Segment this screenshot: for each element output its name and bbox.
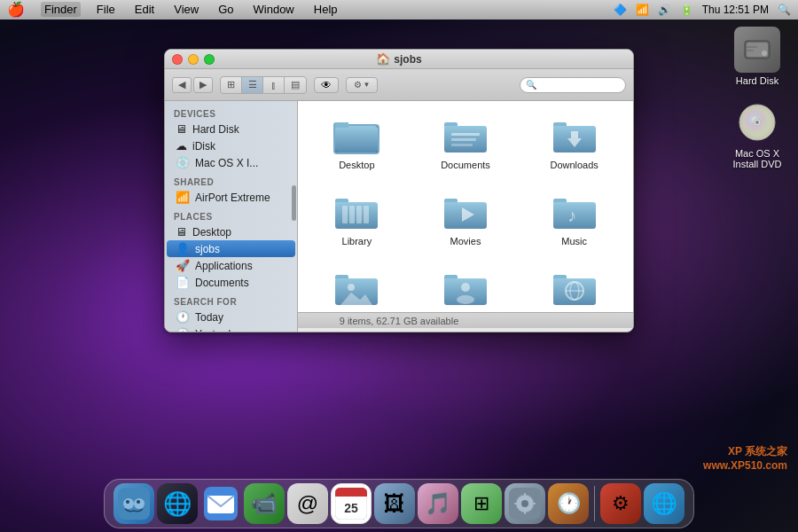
documents-icon: 📄: [176, 276, 190, 289]
dock-mail[interactable]: [200, 483, 241, 524]
folder-downloads[interactable]: Downloads: [524, 110, 624, 177]
folder-movies[interactable]: Movies: [416, 186, 516, 254]
desktop-icons-area: Hard Disk Mac OS X Install DVD: [725, 27, 789, 169]
search-header: SEARCH FOR: [165, 294, 297, 309]
sidebar-item-sjobs[interactable]: 👤 sjobs: [167, 240, 295, 257]
dock-iphoto[interactable]: 🖼: [374, 483, 415, 524]
list-view-btn[interactable]: ☰: [242, 77, 263, 93]
desktop-icon-dvd[interactable]: Mac OS X Install DVD: [725, 99, 789, 169]
dock-transmit[interactable]: ⚙: [600, 483, 641, 524]
folder-pictures[interactable]: Pictures: [307, 262, 407, 312]
svg-point-49: [134, 498, 145, 509]
sidebar-item-airport[interactable]: 📶 AirPort Extreme: [167, 189, 295, 206]
icon-view-btn[interactable]: ⊞: [221, 77, 242, 93]
spotlight-icon[interactable]: 🔍: [778, 4, 791, 16]
sidebar-section-search: SEARCH FOR 🕐 Today 🕐 Yesterday 🕐 Past We…: [165, 294, 297, 332]
sidebar-item-yesterday[interactable]: 🕐 Yesterday: [167, 325, 295, 332]
folder-library[interactable]: Library: [307, 186, 407, 254]
svg-point-60: [521, 500, 528, 507]
dock-ichat[interactable]: ⊞: [461, 483, 502, 524]
status-text: 9 items, 62.71 GB available: [340, 316, 459, 326]
view-menu[interactable]: View: [170, 2, 202, 17]
sidebar-item-documents[interactable]: 📄 Documents: [167, 274, 295, 291]
harddisk-sidebar-icon: 🖥: [176, 122, 187, 136]
svg-point-40: [461, 283, 470, 292]
coverflow-view-btn[interactable]: ▤: [285, 77, 306, 93]
svg-point-36: [348, 284, 355, 291]
yesterday-label: Yesterday: [195, 328, 242, 333]
folder-sites[interactable]: Sites: [524, 262, 624, 312]
menubar: 🍎 Finder File Edit View Go Window Help 🔷…: [0, 0, 798, 20]
folder-public-icon: [442, 270, 489, 309]
sjobs-label: sjobs: [195, 243, 220, 255]
folder-library-icon: [333, 193, 379, 232]
action-button[interactable]: ⚙▼: [346, 77, 378, 93]
dock-timemachine[interactable]: 🕐: [548, 483, 589, 524]
harddisk-sidebar-label: Hard Disk: [192, 123, 239, 136]
folder-desktop[interactable]: Desktop: [307, 110, 407, 177]
finder-window: 🏠 sjobs ◀ ▶ ⊞ ☰ ⫿ ▤ 👁 ⚙▼ 🔍 DE: [164, 49, 634, 332]
sidebar-item-desktop[interactable]: 🖥 Desktop: [167, 223, 295, 240]
sidebar-scrollbar[interactable]: [292, 185, 296, 221]
search-box[interactable]: 🔍: [520, 77, 626, 93]
column-view-btn[interactable]: ⫿: [263, 77, 285, 93]
svg-rect-3: [747, 46, 757, 48]
dock-safari[interactable]: 🌐: [644, 483, 685, 524]
devices-header: DEVICES: [165, 106, 297, 121]
folder-downloads-icon: [552, 117, 598, 156]
svg-point-48: [123, 498, 134, 509]
desktop-icon-harddisk[interactable]: Hard Disk: [734, 27, 780, 86]
folder-public[interactable]: Public: [416, 262, 516, 312]
edit-menu[interactable]: Edit: [131, 2, 158, 17]
harddisk-label: Hard Disk: [736, 75, 778, 86]
bluetooth-icon: 🔷: [614, 4, 627, 16]
sidebar-item-today[interactable]: 🕐 Today: [167, 309, 295, 325]
desktop-icon: 🖥: [176, 225, 187, 239]
window-title-icon: 🏠: [376, 52, 390, 66]
apple-menu[interactable]: 🍎: [7, 1, 25, 18]
dock-itunes[interactable]: 🎵: [418, 483, 458, 524]
dock-dashboard[interactable]: 🌐: [157, 483, 198, 524]
shared-header: SHARED: [165, 175, 297, 189]
sidebar-item-harddisk[interactable]: 🖥 Hard Disk: [167, 121, 295, 137]
window-body: DEVICES 🖥 Hard Disk ☁ iDisk 💿 Mac OS X I…: [165, 101, 633, 312]
today-label: Today: [195, 311, 223, 324]
svg-rect-4: [747, 50, 754, 51]
desktop-label: Desktop: [192, 226, 231, 239]
folder-music[interactable]: ♪ Music: [524, 186, 624, 254]
close-button[interactable]: [172, 54, 183, 65]
main-content: Desktop Documents: [298, 101, 633, 312]
window-menu[interactable]: Window: [250, 2, 298, 17]
idisk-icon: ☁: [176, 139, 187, 153]
folder-music-label: Music: [561, 236, 587, 246]
dock-systemprefs[interactable]: [505, 483, 545, 524]
svg-text:♪: ♪: [567, 206, 576, 225]
sidebar-item-idisk[interactable]: ☁ iDisk: [167, 137, 295, 154]
svg-rect-18: [451, 144, 473, 146]
svg-point-50: [126, 500, 129, 504]
svg-point-8: [755, 121, 759, 124]
volume-icon: 🔊: [658, 4, 671, 16]
maximize-button[interactable]: [204, 54, 215, 65]
svg-rect-17: [451, 138, 476, 141]
today-icon: 🕐: [176, 310, 190, 324]
file-menu[interactable]: File: [93, 2, 119, 17]
folder-documents[interactable]: Documents: [416, 110, 516, 177]
finder-menu[interactable]: Finder: [41, 2, 81, 17]
dock-facetime[interactable]: 📹: [244, 483, 285, 524]
dock-finder[interactable]: [113, 483, 154, 524]
sidebar-item-osx[interactable]: 💿 Mac OS X I...: [167, 154, 295, 171]
svg-rect-24: [342, 206, 348, 223]
dock-contacts[interactable]: @: [287, 483, 328, 524]
help-menu[interactable]: Help: [310, 2, 341, 17]
sidebar-item-applications[interactable]: 🚀 Applications: [167, 257, 295, 274]
dock-calendar[interactable]: 25: [331, 483, 372, 524]
back-button[interactable]: ◀: [172, 77, 192, 93]
quicklook-button[interactable]: 👁: [314, 77, 339, 93]
nav-buttons: ◀ ▶: [172, 77, 213, 93]
minimize-button[interactable]: [188, 54, 199, 65]
folder-desktop-icon: [333, 117, 379, 156]
go-menu[interactable]: Go: [215, 2, 237, 17]
osx-label: Mac OS X I...: [195, 157, 258, 169]
forward-button[interactable]: ▶: [193, 77, 213, 93]
